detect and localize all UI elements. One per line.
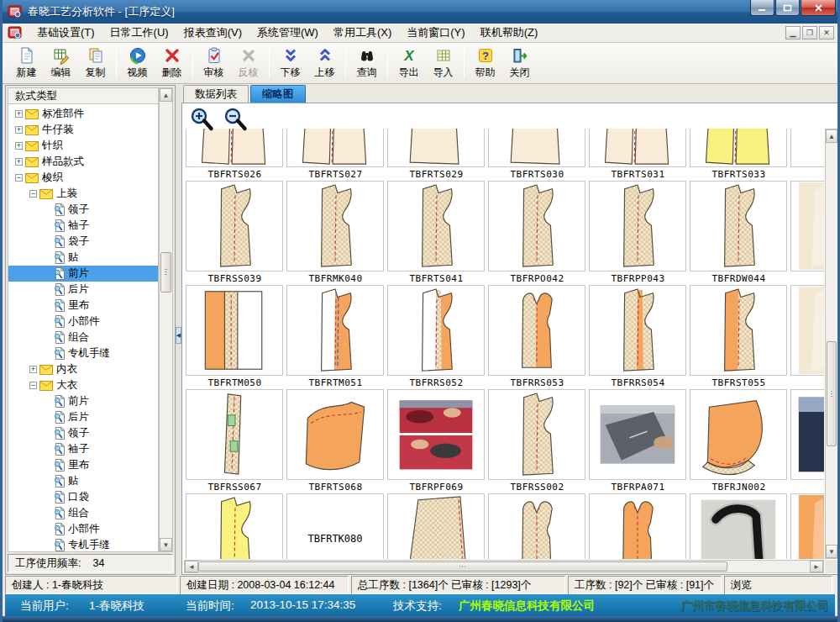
tree-item-针织[interactable]: + 针织 — [8, 138, 158, 154]
tree-expand-icon[interactable]: + — [15, 110, 23, 118]
tree-expand-icon[interactable]: + — [15, 158, 23, 166]
grid-vscroll-thumb[interactable] — [827, 341, 837, 446]
toolbar-button-12[interactable]: ? 帮助 — [468, 45, 502, 82]
toolbar-button-4[interactable]: 删除 — [155, 45, 189, 82]
tree-scroll-up-icon[interactable]: ▲ — [160, 88, 172, 102]
thumbnail-cell[interactable] — [186, 493, 284, 559]
pattern-thumbnail[interactable] — [690, 129, 787, 167]
toolbar-button-10[interactable]: X 导出 — [391, 45, 426, 82]
toolbar-button-7[interactable]: 下移 — [273, 45, 307, 82]
tree-expand-icon[interactable]: − — [29, 382, 37, 389]
tree-expand-icon[interactable]: + — [15, 142, 23, 150]
thumbnail-cell[interactable]: TBFRTM051 — [286, 285, 385, 389]
thumbnail-cell[interactable]: TBFRSS067 — [186, 389, 284, 493]
tree-item-袋子[interactable]: 袋子 — [8, 234, 158, 250]
zoom-in-icon[interactable] — [189, 107, 214, 135]
thumbnail-cell[interactable] — [790, 389, 824, 493]
tree-item-领子[interactable]: 领子 — [8, 425, 158, 441]
thumbnail-cell[interactable]: TBFRSS002 — [488, 389, 586, 493]
thumbnail-cell[interactable] — [790, 285, 824, 389]
tree-item-袖子[interactable]: 袖子 — [8, 441, 158, 457]
grid-scroll-right-icon[interactable]: ► — [810, 561, 823, 572]
pattern-thumbnail[interactable] — [186, 181, 283, 271]
thumbnail-cell[interactable]: TBFRTS068 — [286, 389, 385, 493]
thumbnail-cell[interactable]: TBFRTM050 — [186, 285, 284, 389]
toolbar-button-11[interactable]: 导入 — [426, 45, 460, 82]
close-button[interactable] — [801, 0, 836, 16]
toolbar-button-6[interactable]: 反核 — [231, 45, 265, 82]
tree-item-组合[interactable]: 组合 — [8, 505, 158, 521]
toolbar-button-2[interactable]: 复制 — [78, 45, 113, 82]
thumbnail-cell[interactable] — [589, 493, 687, 559]
pattern-thumbnail[interactable] — [186, 493, 283, 559]
tree-item-前片[interactable]: 前片 — [8, 393, 158, 409]
tree-item-大衣[interactable]: − 大衣 — [8, 377, 158, 393]
tree-item-内衣[interactable]: + 内衣 — [8, 361, 158, 377]
thumbnail-cell[interactable]: TBFRMK040 — [286, 181, 385, 285]
tree-item-前片[interactable]: 前片 — [8, 266, 158, 282]
thumbnail-cell[interactable]: TBFRTS027 — [286, 129, 385, 181]
thumbnail-cell[interactable] — [790, 181, 824, 285]
pattern-thumbnail[interactable] — [387, 389, 485, 480]
tree-item-贴[interactable]: 贴 — [8, 473, 158, 489]
tree-item-专机手缝[interactable]: 专机手缝 — [8, 345, 158, 361]
pattern-thumbnail[interactable] — [790, 181, 824, 271]
tree-item-小部件[interactable]: 小部件 — [8, 314, 158, 329]
menu-item-6[interactable]: 联机帮助(Z) — [473, 24, 546, 42]
mdi-minimize-button[interactable]: ▁ — [785, 26, 801, 40]
pattern-thumbnail[interactable] — [286, 285, 384, 376]
tree-scroll-down-icon[interactable]: ▼ — [160, 538, 172, 551]
thumbnail-cell[interactable] — [790, 129, 824, 181]
pattern-thumbnail[interactable] — [790, 285, 824, 376]
thumbnail-cell[interactable]: TBFRTS030 — [488, 129, 586, 181]
pattern-thumbnail[interactable] — [690, 181, 787, 271]
thumbnail-cell[interactable]: TBFRTS041 — [387, 181, 486, 285]
thumbnail-cell[interactable]: TBFRJN002 — [690, 389, 788, 493]
toolbar-button-13[interactable]: 关闭 — [502, 45, 537, 82]
menu-item-3[interactable]: 系统管理(W) — [249, 24, 326, 42]
toolbar-button-9[interactable]: 查询 — [349, 45, 384, 82]
thumbnail-cell[interactable]: TBFRRS052 — [387, 285, 486, 389]
pattern-thumbnail[interactable] — [690, 285, 787, 376]
tree-item-袖子[interactable]: 袖子 — [8, 218, 158, 234]
pattern-thumbnail[interactable] — [589, 181, 686, 271]
toolbar-button-0[interactable]: 新建 — [9, 45, 44, 82]
tree-item-梭织[interactable]: − 梭织 — [8, 170, 158, 186]
tree-item-后片[interactable]: 后片 — [8, 282, 158, 298]
thumbnail-cell[interactable]: TBFRRS054 — [589, 285, 687, 389]
tree-item-上装[interactable]: − 上装 — [8, 186, 158, 202]
grid-scroll-left-icon[interactable]: ◄ — [185, 561, 198, 572]
tree-item-样品款式[interactable]: + 样品款式 — [8, 154, 158, 170]
pattern-thumbnail[interactable] — [387, 129, 485, 167]
tab-thumbnails[interactable]: 缩略图 — [250, 85, 306, 103]
tree-item-领子[interactable]: 领子 — [8, 202, 158, 218]
tree-item-专机手缝[interactable]: 专机手缝 — [8, 537, 158, 552]
pattern-thumbnail[interactable] — [286, 181, 384, 271]
grid-scroll-down-icon[interactable]: ▼ — [826, 545, 837, 558]
tree-expand-icon[interactable]: + — [15, 126, 23, 134]
pattern-thumbnail[interactable] — [186, 285, 283, 376]
menu-item-4[interactable]: 常用工具(X) — [326, 24, 399, 42]
toolbar-button-8[interactable]: 上移 — [307, 45, 342, 82]
pattern-thumbnail[interactable]: TBFRTK080 — [286, 493, 384, 559]
pattern-thumbnail[interactable] — [589, 493, 686, 559]
toolbar-button-3[interactable]: 视频 — [120, 45, 155, 82]
mdi-close-button[interactable]: ✕ — [819, 26, 834, 40]
tree-item-里布[interactable]: 里布 — [8, 298, 158, 314]
thumbnail-cell[interactable]: TBFRTK080 — [286, 493, 385, 559]
pattern-thumbnail[interactable] — [488, 129, 585, 167]
tree-item-里布[interactable]: 里布 — [8, 457, 158, 473]
thumbnail-cell[interactable]: TBFRST055 — [690, 285, 788, 389]
pattern-thumbnail[interactable] — [387, 181, 485, 271]
menu-item-5[interactable]: 当前窗口(Y) — [399, 24, 472, 42]
pattern-thumbnail[interactable] — [387, 285, 485, 376]
thumbnail-cell[interactable]: TBFRPO042 — [488, 181, 586, 285]
toolbar-button-1[interactable]: 编辑 — [44, 45, 78, 82]
pattern-thumbnail[interactable] — [186, 389, 283, 480]
collapse-panel-icon[interactable]: ◀ — [176, 327, 181, 344]
thumbnail-cell[interactable]: TBFRPA071 — [589, 389, 687, 493]
pattern-thumbnail[interactable] — [589, 129, 686, 167]
pattern-thumbnail[interactable] — [690, 493, 787, 559]
pattern-thumbnail[interactable] — [286, 389, 384, 480]
pattern-thumbnail[interactable] — [589, 389, 686, 480]
